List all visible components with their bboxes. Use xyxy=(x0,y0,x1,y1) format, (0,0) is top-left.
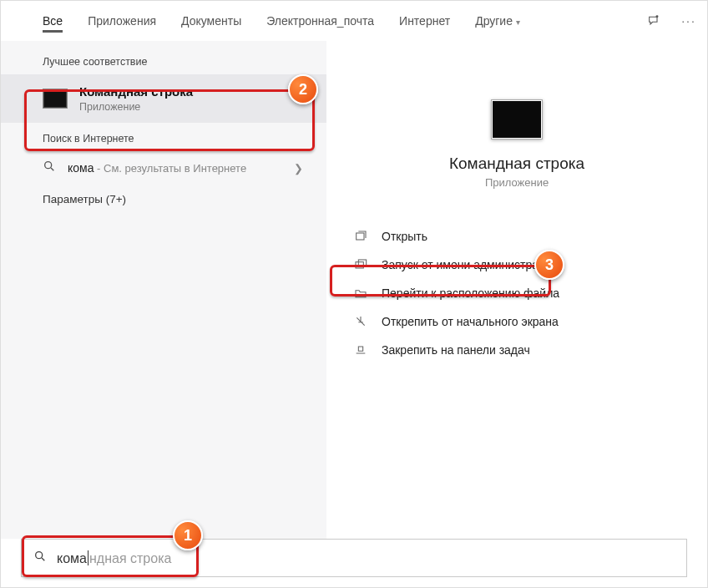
command-prompt-icon xyxy=(43,89,68,109)
actions-list: Открыть Запуск от имени администратора П… xyxy=(326,222,707,364)
action-open-location[interactable]: Перейти к расположению файла xyxy=(343,279,707,307)
svg-rect-3 xyxy=(356,262,363,268)
chevron-right-icon: ❯ xyxy=(294,162,303,175)
unpin-icon xyxy=(353,315,368,328)
open-icon xyxy=(353,230,368,243)
step-badge-1: 1 xyxy=(173,520,203,550)
folder-icon xyxy=(353,286,368,300)
result-command-prompt[interactable]: Командная строка Приложение xyxy=(1,74,326,123)
chevron-down-icon: ▾ xyxy=(516,18,520,27)
step-badge-3: 3 xyxy=(534,250,564,280)
search-ghost-text: ндная строка xyxy=(89,551,171,565)
svg-point-5 xyxy=(36,552,43,559)
preview-subtitle: Приложение xyxy=(485,176,549,189)
result-title: Командная строка xyxy=(79,84,193,99)
svg-point-1 xyxy=(45,162,52,169)
tab-all[interactable]: Все xyxy=(34,3,71,39)
section-web-search: Поиск в Интернете xyxy=(1,123,326,151)
command-prompt-preview-icon xyxy=(491,99,543,139)
action-open[interactable]: Открыть xyxy=(343,222,707,251)
svg-rect-4 xyxy=(358,260,366,266)
tab-email[interactable]: Электронная_почта xyxy=(258,3,382,39)
action-pin-taskbar[interactable]: Закрепить на панели задач xyxy=(343,336,707,364)
feedback-button[interactable] xyxy=(640,14,667,28)
section-settings[interactable]: Параметры (7+) xyxy=(1,185,326,214)
search-input[interactable]: командная строка xyxy=(21,539,687,577)
web-search-result[interactable]: кома - См. результаты в Интернете ❯ xyxy=(1,151,326,185)
search-typed-text: кома xyxy=(57,551,87,565)
tab-other[interactable]: Другие▾ xyxy=(467,3,528,39)
ellipsis-icon: ··· xyxy=(681,14,696,28)
section-best-match: Лучшее соответствие xyxy=(1,46,326,74)
action-open-label: Открыть xyxy=(382,230,427,243)
pin-icon xyxy=(353,343,368,357)
search-icon xyxy=(43,160,56,176)
action-run-as-admin[interactable]: Запуск от имени администратора xyxy=(343,251,707,279)
web-query: кома xyxy=(68,161,94,175)
result-subtitle: Приложение xyxy=(79,101,193,113)
filter-tabs: Все Приложения Документы Электронная_поч… xyxy=(1,1,707,41)
web-hint: - См. результаты в Интернете xyxy=(94,162,246,175)
tab-internet[interactable]: Интернет xyxy=(391,3,458,39)
svg-rect-2 xyxy=(357,233,364,240)
action-unpin-start-label: Открепить от начального экрана xyxy=(382,315,559,328)
step-badge-2: 2 xyxy=(288,74,318,104)
results-panel: Лучшее соответствие Командная строка При… xyxy=(1,41,326,539)
search-text: командная строка xyxy=(57,550,171,566)
admin-icon xyxy=(353,258,368,271)
details-panel: Командная строка Приложение Открыть Запу… xyxy=(326,41,707,539)
action-unpin-start[interactable]: Открепить от начального экрана xyxy=(343,307,707,336)
action-pin-taskbar-label: Закрепить на панели задач xyxy=(382,343,530,357)
tab-docs[interactable]: Документы xyxy=(173,3,250,39)
tab-apps[interactable]: Приложения xyxy=(79,3,164,39)
text-caret xyxy=(88,550,88,565)
action-open-location-label: Перейти к расположению файла xyxy=(382,286,559,300)
more-options-button[interactable]: ··· xyxy=(675,14,702,28)
feedback-icon xyxy=(647,14,660,28)
svg-point-0 xyxy=(656,15,659,18)
tab-other-label: Другие xyxy=(475,14,513,28)
app-preview: Командная строка Приложение xyxy=(326,99,707,189)
preview-title: Командная строка xyxy=(449,155,584,173)
search-icon xyxy=(33,550,47,566)
